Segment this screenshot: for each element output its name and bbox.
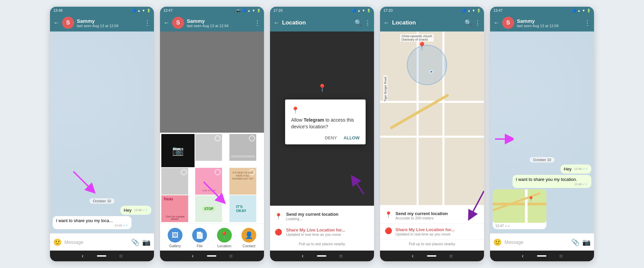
gallery-area: 📷 note to self IT'S OKA	[160, 31, 264, 251]
gallery-cell-7[interactable]: STOP	[195, 195, 222, 222]
status-bar-2: 13:47 📷 🔵 ▲ ▼ 🔋	[160, 7, 264, 14]
nav-back-2[interactable]: ‹	[192, 253, 194, 259]
nav-square-2[interactable]: □	[230, 254, 232, 258]
pink-arrow-5	[493, 132, 514, 146]
gallery-cell-4[interactable]: note to self	[195, 168, 222, 195]
back-button-5[interactable]: ←	[493, 19, 499, 26]
loc-sub-current-4: Accurate to 200 meters	[395, 216, 448, 220]
nav-square-1[interactable]: □	[120, 254, 122, 258]
chat-bg-dimmed	[160, 31, 264, 133]
location-item-current-4[interactable]: 📍 Send my current location Accurate to 2…	[380, 208, 484, 224]
time-4: 17:20	[383, 8, 393, 12]
more-button-4[interactable]: ⋮	[475, 19, 481, 26]
thumb-pin: 📍	[528, 196, 534, 202]
app-bar-1: ← S Sammy last seen Aug 13 at 12:04 ⋮	[50, 14, 154, 31]
gallery-action-circle: 🖼	[168, 228, 182, 243]
svg-line-0	[73, 172, 92, 190]
gallery-cell-1[interactable]	[195, 134, 222, 161]
attach-button-5[interactable]: 📎	[571, 238, 580, 246]
chat-area-1: October 10 Hey 13:46 ✓✓ I want to share …	[50, 31, 154, 233]
camera-button-1[interactable]: 📷	[142, 238, 151, 246]
road-diagonal	[390, 93, 449, 129]
action-location[interactable]: 📍 Location	[217, 228, 232, 248]
road-label: Tiger Burger Road	[383, 75, 387, 103]
gallery-cell-6[interactable]: Tricks - Don't be a people pleaser	[161, 195, 188, 222]
messages-list-5: October 10 Hey 13:46 ✓✓ I want to share …	[493, 157, 591, 230]
map-area-4: 📍 Christ Apostolic church(Sactuary of Gr…	[380, 31, 484, 205]
nav-square-3[interactable]: □	[340, 254, 342, 258]
more-button-5[interactable]: ⋮	[584, 19, 591, 27]
gallery-cell-2[interactable]	[229, 134, 256, 161]
back-button-4[interactable]: ←	[383, 19, 389, 26]
status-bar-3: 17:20 🔵 ▲ ▼ 🔋	[270, 7, 374, 14]
map-thumb-bubble[interactable]: 📍 13:47 ✓✓	[493, 189, 546, 229]
msg-received-1: I want to share you my loca... 13:46 ✓✓	[53, 216, 131, 229]
nav-back-5[interactable]: ‹	[522, 253, 524, 259]
emoji-button-5[interactable]: 🙂	[493, 238, 502, 246]
contact-status-2: last seen Aug 13 at 12:04	[187, 24, 251, 28]
nav-back-3[interactable]: ‹	[302, 253, 304, 259]
nav-home-1[interactable]	[97, 255, 106, 257]
search-icon-4[interactable]: 🔍	[465, 19, 472, 26]
search-icon-3[interactable]: 🔍	[355, 19, 362, 26]
message-input-5[interactable]: Message	[504, 240, 569, 245]
dialog-app-name: Telegram	[304, 117, 324, 123]
location-list-3: 📍 Send my current location Loading... 🔴 …	[270, 206, 374, 251]
more-button-3[interactable]: ⋮	[365, 19, 371, 26]
nav-bar-2: ‹ □	[160, 251, 264, 261]
gallery-cell-3[interactable]	[161, 168, 188, 195]
action-gallery[interactable]: 🖼 Gallery	[168, 228, 182, 248]
nav-back-4[interactable]: ‹	[412, 253, 414, 259]
back-button-2[interactable]: ←	[163, 19, 169, 26]
date-badge-5: October 10	[530, 157, 554, 162]
current-icon-4: 📍	[385, 211, 392, 218]
emoji-button-1[interactable]: 🙂	[53, 238, 62, 246]
nav-home-2[interactable]	[207, 255, 216, 257]
wifi-icon-3: ▼	[362, 9, 365, 12]
nav-square-5[interactable]: □	[560, 254, 562, 258]
nav-back-1[interactable]: ‹	[82, 253, 84, 259]
attach-button-1[interactable]: 📎	[131, 238, 140, 246]
back-button-1[interactable]: ←	[53, 19, 59, 26]
more-button-2[interactable]: ⋮	[254, 19, 261, 27]
phone-screen-5: 13:47 🔵 ▲ ▼ 🔋 ← S Sammy last seen Aug 13…	[490, 7, 594, 261]
msg-time-sent-5a: 13:46 ✓✓	[574, 167, 588, 171]
loc-title-live-4: Share My Live Location for...	[395, 227, 454, 232]
live-icon-4: 🔴	[385, 227, 392, 234]
blue-dot-4	[430, 70, 433, 73]
nav-square-4[interactable]: □	[450, 254, 452, 258]
camera-cell[interactable]: 📷	[161, 134, 195, 167]
location-item-live-4[interactable]: 🔴 Share My Live Location for... Updated …	[380, 224, 484, 240]
bluetooth-icon-2: 🔵	[242, 9, 246, 12]
back-button-3[interactable]: ←	[273, 19, 279, 26]
gallery-text-8: IT'S OKAY	[236, 205, 250, 213]
gallery-cell-8[interactable]: IT'S OKAY	[229, 195, 256, 222]
battery-icon-4: 🔋	[477, 9, 481, 12]
location-item-live-3[interactable]: 🔴 Share My Live Location for... Updated …	[270, 224, 374, 240]
msg-text-sent-5b: I want to share you my location.	[516, 177, 577, 182]
more-button-1[interactable]: ⋮	[144, 19, 151, 27]
gallery-text-4: note to self	[197, 189, 220, 192]
contact-action-circle: 👤	[241, 228, 256, 243]
wifi-icon-4: ▼	[472, 9, 475, 12]
time-1: 13:46	[53, 8, 63, 12]
gallery-cell-5[interactable]: IT'S OKAY TO NOT HAVE IT ALL FIGURED OUT…	[229, 168, 256, 195]
check-circle-2	[249, 135, 255, 141]
camera-button-5[interactable]: 📷	[582, 238, 591, 246]
deny-button-3[interactable]: DENY	[325, 135, 337, 140]
battery-icon-5: 🔋	[587, 9, 591, 12]
action-file[interactable]: 📄 File	[192, 228, 207, 248]
date-badge-1: October 10	[90, 198, 114, 204]
nav-home-5[interactable]	[537, 255, 546, 257]
nav-home-3[interactable]	[317, 255, 326, 257]
app-bar-3: ← Location 🔍 ⋮	[270, 14, 374, 31]
location-item-current-3[interactable]: 📍 Send my current location Loading...	[270, 208, 374, 224]
red-pin-4: 📍	[417, 42, 427, 51]
nav-home-4[interactable]	[427, 255, 436, 257]
action-file-label: File	[197, 244, 203, 248]
allow-button-3[interactable]: ALLOW	[343, 135, 360, 140]
message-input-1[interactable]: Message	[64, 240, 128, 245]
camera-icon-big: 📷	[172, 145, 184, 156]
action-contact[interactable]: 👤 Contact	[241, 228, 256, 248]
contact-info-2: Sammy last seen Aug 13 at 12:04	[187, 18, 251, 28]
